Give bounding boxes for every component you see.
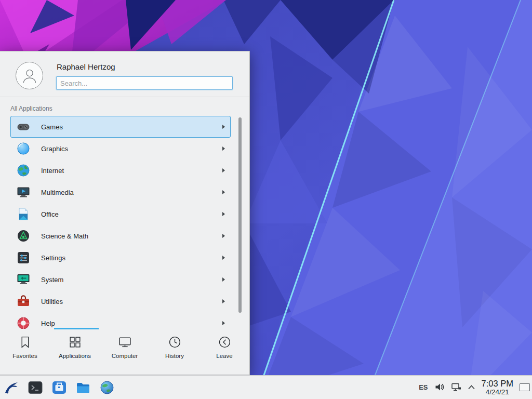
search-input[interactable] — [56, 76, 233, 90]
terminal-button[interactable] — [26, 379, 44, 396]
kali-menu-button[interactable] — [3, 379, 20, 396]
category-label: Multimedia — [41, 189, 222, 196]
tab-history[interactable]: History — [150, 328, 200, 375]
category-label: Office — [41, 210, 222, 218]
category-label: Games — [41, 123, 222, 131]
submenu-arrow-icon — [222, 321, 225, 325]
submenu-arrow-icon — [222, 256, 225, 260]
terminal-icon — [28, 380, 43, 395]
category-help[interactable]: Help — [10, 312, 231, 329]
settings-icon — [16, 250, 31, 265]
category-label: Utilities — [41, 298, 222, 305]
category-label: Help — [41, 320, 222, 327]
clock-icon — [168, 335, 182, 349]
category-label: Science & Math — [41, 232, 222, 240]
expand-arrow-icon[interactable] — [468, 384, 475, 390]
tab-label: Applications — [59, 353, 91, 359]
category-label: Graphics — [41, 145, 222, 153]
tab-applications[interactable]: Applications — [50, 328, 100, 375]
category-label: Internet — [41, 167, 222, 175]
taskbar: ES 7:03 PM 4/24/21 — [0, 375, 532, 399]
submenu-arrow-icon — [222, 212, 225, 216]
category-office[interactable]: Office — [10, 203, 231, 225]
application-launcher: Raphael Hertzog All Applications Games — [0, 51, 250, 375]
category-science-math[interactable]: Science & Math — [10, 225, 231, 247]
tab-label: Computer — [112, 353, 138, 359]
web-browser-icon — [99, 380, 115, 395]
show-desktop-button[interactable] — [520, 383, 530, 391]
user-avatar[interactable] — [16, 62, 43, 89]
submenu-arrow-icon — [222, 147, 225, 151]
clock-date: 4/24/21 — [482, 388, 513, 396]
web-browser-button[interactable] — [98, 379, 116, 396]
category-settings[interactable]: Settings — [10, 247, 231, 269]
tab-label: History — [165, 353, 184, 359]
tab-favorites[interactable]: Favorites — [0, 328, 50, 375]
scrollbar[interactable] — [238, 117, 242, 313]
submenu-arrow-icon — [222, 168, 225, 172]
clock-time: 7:03 PM — [482, 379, 513, 388]
active-tab-indicator — [54, 328, 99, 329]
file-manager-icon — [75, 380, 91, 395]
graphics-icon — [16, 141, 31, 156]
science-icon — [16, 229, 31, 243]
globe-icon — [16, 163, 31, 178]
software-button[interactable] — [50, 379, 68, 396]
submenu-arrow-icon — [222, 299, 225, 303]
leave-icon — [218, 335, 232, 349]
launcher-tabbar: Favorites Applications Computer — [0, 328, 249, 375]
category-utilities[interactable]: Utilities — [10, 290, 231, 312]
multimedia-icon — [16, 185, 31, 200]
submenu-arrow-icon — [222, 190, 225, 194]
category-games[interactable]: Games — [10, 116, 231, 138]
system-icon — [16, 272, 31, 287]
category-list: Games Graphics — [0, 116, 249, 329]
digital-clock[interactable]: 7:03 PM 4/24/21 — [482, 379, 513, 396]
gamepad-icon — [16, 119, 31, 134]
file-manager-button[interactable] — [74, 379, 92, 396]
user-name: Raphael Hertzog — [57, 62, 115, 71]
tab-leave[interactable]: Leave — [200, 328, 249, 375]
user-icon — [19, 65, 40, 86]
launcher-header: Raphael Hertzog — [0, 51, 249, 97]
tab-label: Leave — [216, 353, 232, 359]
system-tray: ES 7:03 PM 4/24/21 — [419, 379, 532, 396]
office-icon — [16, 207, 31, 221]
category-multimedia[interactable]: Multimedia — [10, 181, 231, 203]
software-icon — [51, 380, 67, 395]
submenu-arrow-icon — [222, 277, 225, 282]
category-system[interactable]: System — [10, 269, 231, 290]
lifebuoy-icon — [16, 316, 31, 329]
kali-menu-icon — [4, 380, 19, 395]
volume-icon[interactable] — [434, 382, 445, 392]
grid-icon — [68, 335, 82, 349]
bookmark-icon — [18, 335, 32, 349]
submenu-arrow-icon — [222, 234, 225, 238]
category-label: Settings — [41, 254, 222, 262]
toolbox-icon — [16, 294, 31, 309]
monitor-icon — [118, 335, 132, 349]
tab-label: Favorites — [12, 353, 37, 359]
keyboard-layout-indicator[interactable]: ES — [419, 383, 428, 391]
category-label: System — [41, 276, 222, 284]
tab-computer[interactable]: Computer — [100, 328, 150, 375]
submenu-arrow-icon — [222, 125, 225, 129]
network-icon[interactable] — [451, 382, 461, 392]
taskbar-launchers — [0, 379, 116, 396]
section-label: All Applications — [10, 105, 52, 112]
category-graphics[interactable]: Graphics — [10, 138, 231, 159]
category-internet[interactable]: Internet — [10, 159, 231, 181]
